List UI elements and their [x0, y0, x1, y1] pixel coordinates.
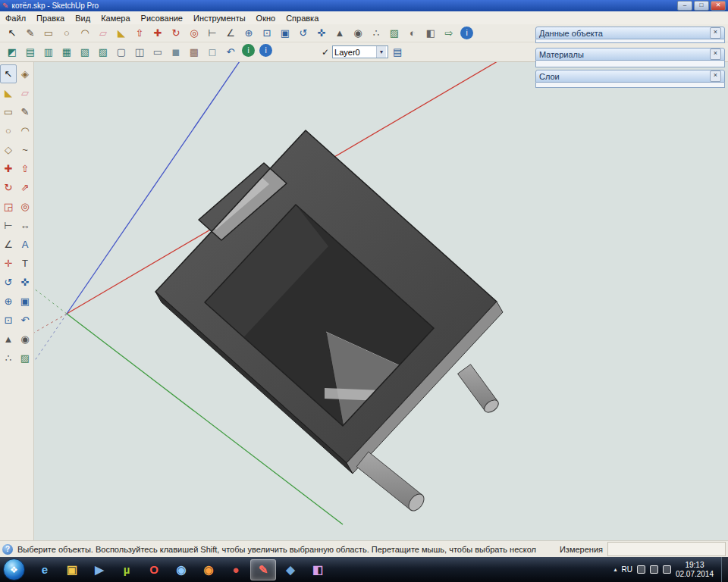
- taskbar-app-sketchup[interactable]: ✎: [250, 559, 276, 580]
- position-camera-icon[interactable]: ▲: [331, 25, 349, 42]
- arc-tool-icon[interactable]: ◠: [76, 25, 94, 42]
- taskbar-app-paint[interactable]: ◧: [305, 559, 331, 580]
- make-component-icon[interactable]: ◈: [17, 64, 33, 83]
- rectangle-tool-icon[interactable]: ▭: [0, 102, 17, 121]
- left-view-icon[interactable]: ▨: [94, 44, 112, 61]
- push-pull-icon[interactable]: ⇧: [17, 159, 33, 178]
- arc-tool-icon[interactable]: ◠: [17, 121, 33, 140]
- shadows-icon[interactable]: ◐: [403, 25, 422, 42]
- panel-materials-titlebar[interactable]: Материалы ×: [535, 48, 725, 61]
- language-indicator[interactable]: RU: [621, 565, 632, 574]
- zoom-tool-icon[interactable]: ⊕: [0, 292, 17, 311]
- paint-bucket-icon[interactable]: ◣: [112, 25, 130, 42]
- layer-visible-check-icon[interactable]: ✓: [322, 47, 329, 58]
- show-desktop-button[interactable]: [721, 557, 728, 582]
- menu-draw[interactable]: Рисование: [136, 13, 188, 23]
- eraser-tool-icon[interactable]: ▱: [94, 25, 112, 42]
- pan-tool-icon[interactable]: ✜: [312, 25, 331, 42]
- walk-tool-icon[interactable]: ∴: [367, 25, 385, 42]
- layer-manager-icon[interactable]: ▤: [388, 44, 406, 61]
- panel-layers-titlebar[interactable]: Слои ×: [535, 70, 725, 83]
- offset-tool-icon[interactable]: ◎: [17, 197, 33, 216]
- taskbar-app-chrome[interactable]: ◉: [168, 559, 194, 580]
- zoom-window-icon[interactable]: ⊡: [258, 25, 276, 42]
- model-kotel[interactable]: [155, 130, 503, 514]
- zoom-extents-icon[interactable]: ▣: [17, 292, 33, 311]
- close-icon[interactable]: ×: [710, 27, 721, 39]
- circle-tool-icon[interactable]: ○: [58, 25, 76, 42]
- monochrome-mode-icon[interactable]: ◻: [203, 44, 221, 61]
- taskbar-app-firefox[interactable]: ◉: [196, 559, 221, 580]
- scale-tool-icon[interactable]: ◲: [0, 197, 17, 216]
- follow-me-icon[interactable]: ⇗: [17, 178, 33, 197]
- zoom-window-icon[interactable]: ⊡: [0, 311, 17, 330]
- right-view-icon[interactable]: ▦: [58, 44, 76, 61]
- layer-dropdown[interactable]: Layer0 ▾: [332, 45, 388, 58]
- orbit-tool-icon[interactable]: ↺: [294, 25, 312, 42]
- viewport-canvas[interactable]: [34, 62, 728, 540]
- position-camera-icon[interactable]: ▲: [0, 330, 17, 349]
- polygon-tool-icon[interactable]: ◇: [0, 140, 17, 159]
- tape-measure-icon[interactable]: ⊢: [203, 25, 221, 42]
- menu-camera[interactable]: Камера: [96, 13, 135, 23]
- taskbar-app-ie[interactable]: e: [32, 559, 58, 580]
- line-tool-icon[interactable]: ✎: [21, 25, 39, 42]
- undo-icon[interactable]: ↶: [221, 44, 240, 61]
- xray-mode-icon[interactable]: ▢: [112, 44, 130, 61]
- taskbar-app-media-player[interactable]: ▶: [86, 559, 112, 580]
- model-info-icon[interactable]: i: [460, 27, 473, 39]
- orbit-tool-icon[interactable]: ↺: [0, 273, 17, 292]
- panel-entity-info-titlebar[interactable]: Данные объекта ×: [535, 27, 725, 39]
- axes-tool-icon[interactable]: ✛: [0, 254, 17, 273]
- network-icon[interactable]: [637, 565, 645, 574]
- volume-icon[interactable]: [650, 565, 658, 574]
- wireframe-mode-icon[interactable]: ◫: [130, 44, 149, 61]
- push-pull-icon[interactable]: ⇧: [130, 25, 149, 42]
- tray-expand-icon[interactable]: ▴: [613, 566, 617, 573]
- move-tool-icon[interactable]: ✚: [149, 25, 167, 42]
- taskbar-app-utorrent[interactable]: µ: [114, 559, 140, 580]
- maximize-button[interactable]: □: [694, 1, 709, 11]
- menu-tools[interactable]: Инструменты: [188, 13, 251, 23]
- protractor-icon[interactable]: ∠: [0, 235, 17, 254]
- paint-bucket-icon[interactable]: ◣: [0, 83, 17, 102]
- menu-view[interactable]: Вид: [70, 13, 96, 23]
- close-icon[interactable]: ×: [710, 70, 721, 82]
- select-tool-icon[interactable]: ↖: [3, 25, 21, 42]
- look-around-icon[interactable]: ◉: [349, 25, 367, 42]
- taskbar-app-downloads[interactable]: ●: [223, 559, 249, 580]
- line-tool-icon[interactable]: ✎: [17, 102, 33, 121]
- instructor-icon[interactable]: i: [242, 44, 255, 57]
- menu-window[interactable]: Окно: [251, 13, 281, 23]
- walk-tool-icon[interactable]: ∴: [0, 349, 17, 368]
- select-tool-icon[interactable]: ↖: [0, 64, 17, 83]
- section-plane-icon[interactable]: ▨: [385, 25, 403, 42]
- close-icon[interactable]: ×: [710, 48, 721, 60]
- shaded-mode-icon[interactable]: ◼: [167, 44, 185, 61]
- zoom-extents-icon[interactable]: ▣: [276, 25, 294, 42]
- rectangle-tool-icon[interactable]: ▭: [39, 25, 58, 42]
- start-button[interactable]: ❖: [3, 559, 25, 580]
- model-info2-icon[interactable]: i: [259, 44, 272, 57]
- menu-file[interactable]: Файл: [0, 13, 31, 23]
- freehand-tool-icon[interactable]: ~: [17, 140, 33, 159]
- hidden-line-mode-icon[interactable]: ▭: [149, 44, 167, 61]
- action-center-icon[interactable]: [663, 565, 671, 574]
- eraser-tool-icon[interactable]: ▱: [17, 83, 33, 102]
- text-tool-icon[interactable]: A: [17, 235, 33, 254]
- tape-measure-icon[interactable]: ⊢: [0, 216, 17, 235]
- export-icon[interactable]: ⇨: [440, 25, 458, 42]
- offset-tool-icon[interactable]: ◎: [185, 25, 203, 42]
- styles-icon[interactable]: ◧: [422, 25, 440, 42]
- taskbar-app-opera[interactable]: O: [141, 559, 167, 580]
- textured-mode-icon[interactable]: ▩: [185, 44, 203, 61]
- zoom-tool-icon[interactable]: ⊕: [240, 25, 258, 42]
- chevron-down-icon[interactable]: ▾: [376, 46, 386, 58]
- rotate-tool-icon[interactable]: ↻: [0, 178, 17, 197]
- viewport[interactable]: [34, 62, 728, 540]
- circle-tool-icon[interactable]: ○: [0, 121, 17, 140]
- help-icon[interactable]: ?: [2, 544, 13, 555]
- top-view-icon[interactable]: ▤: [21, 44, 39, 61]
- look-around-icon[interactable]: ◉: [17, 330, 33, 349]
- iso-view-icon[interactable]: ◩: [3, 44, 21, 61]
